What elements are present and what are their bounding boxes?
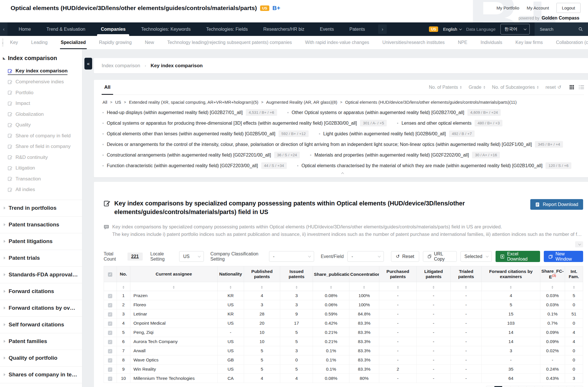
sort-control-nationality[interactable]: [217, 282, 244, 291]
column-header-forward-citations-by-examiners[interactable]: Forward citations by examiners: [481, 266, 540, 282]
sidebar-item-transaction[interactable]: Transaction: [0, 174, 82, 185]
subtab-key-law-firms[interactable]: Key law firms: [509, 36, 549, 49]
column-header-litigated-patents[interactable]: Litigated patents: [417, 266, 450, 282]
sidebar-item-share-of-company-in-field[interactable]: Share of company in field: [0, 131, 82, 142]
select-all-checkbox[interactable]: ✓: [108, 272, 112, 277]
grid-view-icon[interactable]: [569, 85, 574, 90]
sidebar-group-index-comparison[interactable]: ◢ Index comparison: [0, 55, 82, 66]
category-item[interactable]: Devices or arrangements for the control …: [102, 141, 563, 148]
column-header-share-fc-e[interactable]: Share_FC-E(3): [540, 266, 565, 282]
sidebar-section-concentration-of-company-on-tec[interactable]: Concentration of company on tec…: [0, 383, 82, 387]
column-header-current-assignee[interactable]: Current assignee: [130, 266, 217, 282]
category-item[interactable]: Light guides (within augemented reality …: [319, 130, 475, 137]
sidebar-item-key-index-comparison[interactable]: Key index comparison: [0, 66, 82, 77]
path-segment-3[interactable]: Augmented Reality (AR, AR glass)(8): [266, 100, 337, 105]
sidebar-section-shares-of-company-in-technology[interactable]: Shares of company in technology …: [0, 366, 82, 383]
subtab-individuals[interactable]: Individuals: [474, 36, 509, 49]
sidebar-item-all-indies[interactable]: All indies: [0, 185, 82, 196]
description-collapse-button[interactable]: [575, 241, 583, 247]
sidebar-section-self-forward-citations[interactable]: Self forward citations: [0, 316, 82, 333]
sidebar-item-comprehensive-indies[interactable]: Comprehensive indies: [0, 77, 82, 88]
row-checkbox[interactable]: ✓: [108, 321, 112, 326]
subtab-npe[interactable]: NPE: [451, 36, 474, 49]
subtab-key[interactable]: Key: [3, 36, 25, 49]
row-checkbox[interactable]: ✓: [108, 358, 112, 363]
path-segment-0[interactable]: All: [102, 100, 107, 105]
category-collapse-button[interactable]: [102, 170, 584, 175]
sidebar-section-patent-families[interactable]: Patent families: [0, 333, 82, 350]
sidebar-item-r-d-continuity[interactable]: R&D continuity: [0, 153, 82, 163]
sidebar-section-patent-litigations[interactable]: Patent litigations: [0, 233, 82, 250]
nav-item-technologies-keywords[interactable]: Technologies: Keywords: [133, 22, 198, 36]
subtab-rapidly-growing[interactable]: Rapidly growing: [92, 36, 138, 49]
sort-control-no[interactable]: [117, 282, 130, 291]
logout-button[interactable]: Logout: [556, 3, 581, 13]
sidebar-collapse-button[interactable]: «: [84, 58, 92, 70]
report-download-button[interactable]: Report Download: [530, 199, 583, 210]
category-item[interactable]: Other Optical systems or apparatus (with…: [287, 109, 501, 116]
sidebar-section-patent-trials[interactable]: Patent trials: [0, 250, 82, 266]
tab-all[interactable]: All: [102, 80, 113, 95]
sidebar-section-standards-fda-approvals-govern[interactable]: Standards-FDA approvals-Govern…: [0, 266, 82, 283]
sorter-grade[interactable]: Grade: [469, 85, 485, 90]
category-item[interactable]: Head-up displays (within augemented real…: [102, 109, 277, 116]
breadcrumb-parent[interactable]: Index comparison: [102, 63, 140, 69]
category-item[interactable]: Materials and properties (within augemen…: [310, 152, 500, 158]
sort-control-share-publications[interactable]: [313, 282, 349, 291]
category-item[interactable]: Optical systems or apparatus for produci…: [102, 120, 387, 126]
subtab-specialized[interactable]: Specialized: [54, 36, 92, 49]
nav-item-home[interactable]: Home: [11, 22, 39, 36]
column-header-nationality[interactable]: Nationality: [217, 266, 244, 282]
search-button[interactable]: Search: [535, 22, 588, 36]
sort-control-concentration[interactable]: [349, 282, 379, 291]
sorter-no-of-subcategories[interactable]: No. of Subcategories: [492, 85, 539, 90]
sidebar-item-share-of-field-in-company[interactable]: Share of field in company: [0, 142, 82, 153]
column-header-issued-patents[interactable]: Issued patents: [280, 266, 313, 282]
excel-download-button[interactable]: Excel Download: [496, 251, 540, 262]
row-checkbox[interactable]: ✓: [108, 312, 112, 317]
sort-control-int-fam[interactable]: [565, 282, 583, 291]
row-checkbox[interactable]: ✓: [108, 331, 112, 335]
column-header-concentration[interactable]: Concentration(2): [349, 266, 379, 282]
column-header-share-publications[interactable]: Share_publications(1): [313, 266, 349, 282]
column-header-published-patents[interactable]: Published patents: [244, 266, 280, 282]
category-item[interactable]: Optical elements other than lenses (with…: [102, 130, 309, 137]
subtab-technology-leading-rejecting-subsequent-patents-companies[interactable]: Technology leading(rejecting subsequent …: [161, 36, 299, 49]
path-segment-4[interactable]: Optical elements (HUD/device/3D/lens/oth…: [345, 100, 517, 105]
category-reset-button[interactable]: reset ↺: [546, 84, 561, 90]
row-checkbox[interactable]: ✓: [108, 349, 112, 353]
subtab-universities-research-institutes[interactable]: Universities/research institutes: [376, 36, 451, 49]
nav-item-researchers-hr-biz[interactable]: Researchers/HR biz: [256, 22, 312, 36]
path-segment-2[interactable]: Extended reality (XR, spacial computing,…: [129, 100, 258, 105]
sidebar-section-trend-in-portfolios[interactable]: Trend in portfolios: [0, 200, 82, 216]
sort-control-published-patents[interactable]: [244, 282, 280, 291]
row-checkbox[interactable]: ✓: [108, 294, 112, 298]
sort-control-forward-citations-by-examiners[interactable]: [481, 282, 540, 291]
sort-control-trialed-patents[interactable]: [450, 282, 481, 291]
my-portfolio-link[interactable]: My Portfolio: [496, 5, 519, 10]
nav-item-companies[interactable]: Companies: [93, 22, 133, 36]
sorter-no-of-patents[interactable]: No. of Patents: [429, 85, 462, 90]
selected-dropdown[interactable]: Selected: [461, 251, 492, 262]
sort-control-litigated-patents[interactable]: [417, 282, 450, 291]
sort-control-purchased-patents[interactable]: [379, 282, 417, 291]
nav-item-trend-evaluation[interactable]: Trend & Evaluation: [39, 22, 93, 36]
list-view-icon[interactable]: [579, 85, 584, 89]
row-checkbox[interactable]: ✓: [108, 377, 112, 381]
nav-item-technologies-fields[interactable]: Technologies: Fields: [198, 22, 256, 36]
classification-select[interactable]: -: [269, 251, 314, 262]
subtab-leading[interactable]: Leading: [25, 36, 54, 49]
category-item[interactable]: Optical elements characterised by the ma…: [297, 162, 571, 169]
column-header-trialed-patents[interactable]: Trialed patents: [450, 266, 481, 282]
column-header-no[interactable]: No.: [117, 266, 130, 282]
path-segment-1[interactable]: US: [115, 100, 121, 105]
sidebar-item-globalization[interactable]: Globalization: [0, 109, 82, 120]
column-header-int-fam[interactable]: Int. Fam.: [565, 266, 583, 282]
sort-control-issued-patents[interactable]: [280, 282, 313, 291]
my-account-link[interactable]: My Account: [527, 5, 549, 10]
url-copy-button[interactable]: URL Copy: [423, 251, 457, 262]
new-window-button[interactable]: New Window: [544, 251, 583, 262]
reset-button[interactable]: ↺ Reset: [391, 251, 419, 262]
sidebar-item-portfolio[interactable]: Portfolio: [0, 88, 82, 99]
sort-control-share-fc-e[interactable]: [540, 282, 565, 291]
